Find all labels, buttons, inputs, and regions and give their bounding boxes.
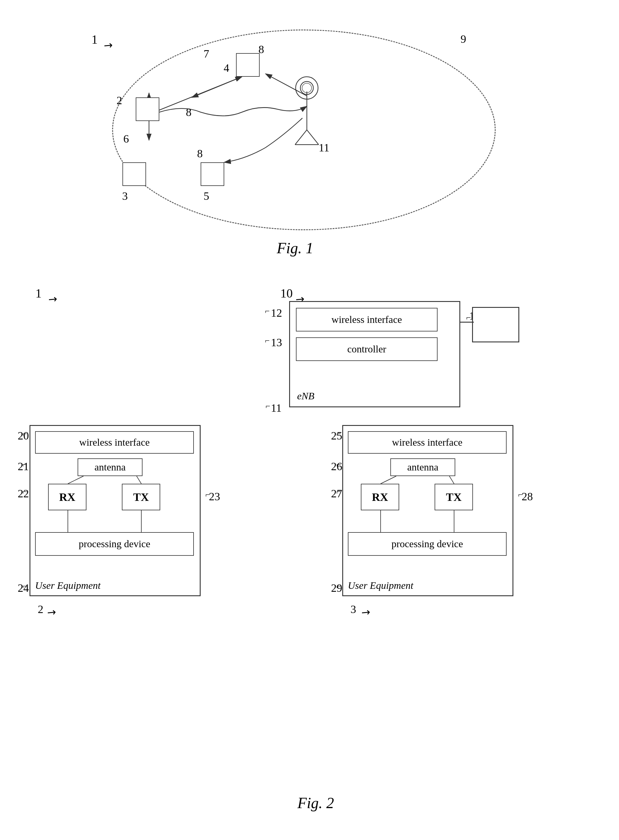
fig1-label1: 1 — [91, 33, 98, 46]
fig1-arrow1: ↗ — [101, 37, 116, 52]
fig2-label23: 23 — [209, 490, 220, 503]
fig1-label5: 5 — [203, 190, 209, 202]
fig2-tick20: ⌐ — [22, 429, 27, 439]
svg-line-18 — [449, 476, 454, 484]
fig1-label4: 4 — [224, 61, 229, 74]
ue-left-processing: processing device — [35, 532, 194, 556]
fig1-label6: 6 — [123, 132, 129, 145]
ue-left-tx: TX — [122, 484, 160, 510]
fig1-diagram: 1 ↗ 7 4 8 2 8 6 8 3 5 9 11 Fig. 1 — [59, 18, 531, 260]
enb-wireless-interface: wireless interface — [296, 308, 438, 331]
ue-left-wireless: wireless interface — [35, 431, 194, 454]
fig2-label1: 1 — [35, 286, 42, 301]
fig1-label8b: 8 — [186, 106, 191, 119]
page: 1 ↗ 7 4 8 2 8 6 8 3 5 9 11 Fig. 1 1 ↗ 10… — [0, 0, 619, 840]
fig2-caption: Fig. 2 — [298, 794, 334, 812]
fig2-arrow3: ↗ — [359, 605, 373, 620]
ue-left-rx: RX — [48, 484, 87, 510]
ue-right-box: wireless interface antenna RX TX process… — [342, 425, 513, 596]
fig2-tick12: ⌐ — [265, 306, 270, 316]
fig2-tick25: ⌐ — [336, 429, 341, 439]
fig2-label13: 13 — [271, 336, 282, 349]
fig1-label8a: 8 — [259, 43, 264, 56]
fig1-node2 — [136, 97, 159, 121]
fig2-arrow1: ↗ — [45, 291, 60, 306]
fig1-label2: 2 — [117, 94, 122, 107]
svg-line-17 — [381, 476, 396, 484]
fig1-label3: 3 — [122, 190, 128, 202]
fig2-tick28: ⌐ — [518, 490, 523, 499]
fig1-label8c: 8 — [197, 147, 203, 160]
ue-right-processing: processing device — [348, 532, 507, 556]
fig2-tick24: ⌐ — [22, 581, 27, 591]
fig1-label9: 9 — [461, 33, 466, 45]
fig2-tick11: ⌐ — [266, 401, 270, 411]
ue-right-antenna: antenna — [390, 458, 455, 476]
fig2-tick29: ⌐ — [336, 581, 341, 591]
fig2-tick13: ⌐ — [265, 336, 270, 345]
fig2-tick15: ⌐ — [466, 313, 471, 322]
enb-box: wireless interface controller eNB — [289, 301, 460, 407]
fig2-label10: 10 — [280, 286, 293, 301]
ue-right-rx: RX — [361, 484, 399, 510]
fig2-tick23: ⌐ — [205, 490, 210, 499]
enb-connection-line — [460, 322, 474, 323]
fig2-arrow2: ↗ — [44, 605, 59, 620]
enb-external-device — [472, 307, 519, 342]
fig2-label3: 3 — [350, 603, 356, 616]
fig1-label11: 11 — [318, 141, 330, 154]
fig1-caption: Fig. 1 — [277, 240, 313, 257]
fig2-label2: 2 — [38, 603, 43, 616]
fig2-tick27: ⌐ — [336, 487, 341, 496]
enb-label: eNB — [297, 391, 314, 402]
enb-controller: controller — [296, 337, 438, 361]
fig2-label11: 11 — [271, 401, 282, 415]
ue-right-label: User Equipment — [348, 580, 413, 591]
fig1-label7: 7 — [203, 47, 209, 60]
fig2-tick22: ⌐ — [22, 487, 27, 496]
fig1-node4 — [236, 53, 260, 77]
ue-left-antenna: antenna — [78, 458, 142, 476]
fig2-tick26: ⌐ — [336, 460, 341, 469]
ue-right-wireless: wireless interface — [348, 431, 507, 454]
fig2-label28: 28 — [522, 490, 533, 503]
ue-left-box: wireless interface antenna RX TX process… — [30, 425, 200, 596]
fig1-node3 — [123, 162, 146, 186]
fig2-diagram: 1 ↗ 10 ↗ wireless interface controller e… — [18, 283, 614, 815]
fig2-tick21: ⌐ — [22, 460, 27, 469]
fig2-label12: 12 — [271, 306, 282, 319]
fig1-network-boundary — [112, 30, 496, 230]
ue-right-tx: TX — [435, 484, 473, 510]
ue-left-label: User Equipment — [35, 580, 101, 591]
svg-line-14 — [137, 476, 141, 484]
fig1-node5 — [200, 162, 224, 186]
svg-line-13 — [68, 476, 84, 484]
